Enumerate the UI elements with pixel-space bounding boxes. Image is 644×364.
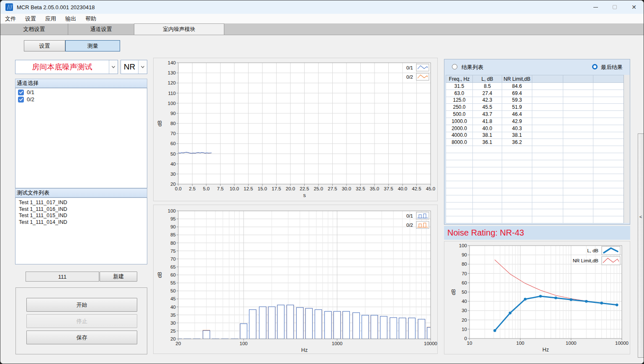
table-cell[interactable] (563, 174, 593, 181)
table-cell[interactable]: 51.9 (502, 104, 532, 111)
table-cell[interactable]: 8.5 (473, 83, 502, 90)
table-cell[interactable] (502, 146, 532, 153)
table-cell[interactable] (593, 181, 624, 188)
table-cell[interactable] (593, 97, 624, 104)
file-item-2[interactable]: Test 1_111_015_IND (15, 213, 147, 219)
table-cell[interactable] (502, 209, 532, 216)
start-button[interactable]: 开始 (26, 298, 137, 312)
channel-item-0[interactable]: 0/1 (15, 88, 147, 95)
table-cell[interactable] (532, 160, 563, 167)
table-cell[interactable] (593, 209, 624, 216)
table-cell[interactable]: 4000.0 (446, 132, 473, 139)
table-cell[interactable] (593, 90, 624, 97)
table-cell[interactable] (502, 195, 532, 202)
collapse-panel-handle[interactable]: < (638, 133, 644, 358)
close-button[interactable]: ✕ (624, 0, 644, 14)
table-cell[interactable] (532, 188, 563, 195)
table-cell[interactable] (563, 167, 593, 174)
table-cell[interactable]: 84.6 (502, 83, 532, 90)
table-cell[interactable]: 31.5 (446, 83, 473, 90)
stop-button[interactable]: 停止 (26, 314, 137, 328)
table-cell[interactable] (446, 209, 473, 216)
table-cell[interactable] (593, 83, 624, 90)
table-cell[interactable]: 59.3 (502, 97, 532, 104)
table-cell[interactable] (502, 216, 532, 223)
table-cell[interactable] (593, 118, 624, 125)
table-cell[interactable]: 43.7 (473, 111, 502, 118)
table-cell[interactable] (473, 216, 502, 223)
table-cell[interactable]: 42.9 (502, 118, 532, 125)
table-cell[interactable] (532, 167, 563, 174)
table-cell[interactable] (593, 111, 624, 118)
table-cell[interactable]: 250.0 (446, 104, 473, 111)
table-cell[interactable] (563, 181, 593, 188)
table-cell[interactable] (593, 139, 624, 146)
last-result-radio-label[interactable]: 最后结果 (601, 64, 623, 71)
table-cell[interactable] (473, 174, 502, 181)
table-cell[interactable] (563, 188, 593, 195)
table-cell[interactable] (532, 97, 563, 104)
tab-2[interactable]: 室内噪声模块 (134, 23, 224, 35)
table-cell[interactable] (532, 181, 563, 188)
minimize-button[interactable] (586, 0, 605, 14)
tab-0[interactable]: 文档设置 (0, 23, 68, 35)
table-cell[interactable]: 8000.0 (446, 139, 473, 146)
table-cell[interactable] (446, 146, 473, 153)
menu-item-1[interactable]: 设置 (21, 14, 41, 23)
table-cell[interactable]: 38.1 (502, 132, 532, 139)
table-cell[interactable]: 2000.0 (446, 125, 473, 132)
table-cell[interactable]: 46.4 (502, 111, 532, 118)
table-cell[interactable] (563, 132, 593, 139)
table-cell[interactable]: 36.2 (502, 139, 532, 146)
table-cell[interactable] (446, 167, 473, 174)
table-cell[interactable] (593, 216, 624, 223)
table-cell[interactable] (502, 188, 532, 195)
preset-dropdown-button[interactable] (109, 60, 118, 74)
menu-item-2[interactable]: 应用 (41, 14, 61, 23)
table-cell[interactable] (563, 195, 593, 202)
table-cell[interactable] (563, 104, 593, 111)
tab-1[interactable]: 通道设置 (68, 23, 134, 35)
result-list-radio[interactable] (452, 64, 457, 69)
table-cell[interactable] (502, 160, 532, 167)
table-cell[interactable] (593, 146, 624, 153)
table-cell[interactable]: 40.3 (502, 125, 532, 132)
table-cell[interactable] (473, 153, 502, 160)
table-cell[interactable] (563, 216, 593, 223)
rating-type-dropdown-button[interactable] (138, 60, 147, 74)
table-scrollbar[interactable] (623, 75, 630, 223)
table-cell[interactable] (532, 195, 563, 202)
last-result-radio[interactable] (592, 64, 598, 69)
checkbox-icon[interactable] (18, 90, 24, 95)
table-cell[interactable] (532, 216, 563, 223)
subtab-0[interactable]: 设置 (24, 40, 65, 51)
table-cell[interactable] (446, 174, 473, 181)
rating-type-combobox[interactable]: NR (121, 60, 147, 74)
table-cell[interactable] (532, 174, 563, 181)
table-cell[interactable] (502, 167, 532, 174)
table-cell[interactable] (502, 174, 532, 181)
table-cell[interactable] (473, 202, 502, 209)
table-cell[interactable]: 69.4 (502, 90, 532, 97)
table-cell[interactable] (446, 202, 473, 209)
table-cell[interactable] (593, 202, 624, 209)
maximize-button[interactable] (605, 0, 624, 14)
table-cell[interactable] (473, 195, 502, 202)
table-cell[interactable]: 125.0 (446, 97, 473, 104)
table-cell[interactable] (473, 188, 502, 195)
table-cell[interactable] (532, 118, 563, 125)
file-item-3[interactable]: Test 1_111_014_IND (15, 219, 147, 226)
menu-item-4[interactable]: 帮助 (81, 14, 101, 23)
table-cell[interactable] (473, 167, 502, 174)
file-item-1[interactable]: Test 1_111_016_IND (15, 206, 147, 213)
table-cell[interactable]: 38.1 (473, 132, 502, 139)
table-cell[interactable] (532, 153, 563, 160)
table-cell[interactable] (502, 153, 532, 160)
table-cell[interactable]: 45.5 (473, 104, 502, 111)
table-cell[interactable] (532, 90, 563, 97)
table-cell[interactable] (563, 160, 593, 167)
table-cell[interactable]: 500.0 (446, 111, 473, 118)
table-cell[interactable]: 27.4 (473, 90, 502, 97)
table-cell[interactable] (563, 83, 593, 90)
new-button[interactable]: 新建 (100, 272, 137, 282)
